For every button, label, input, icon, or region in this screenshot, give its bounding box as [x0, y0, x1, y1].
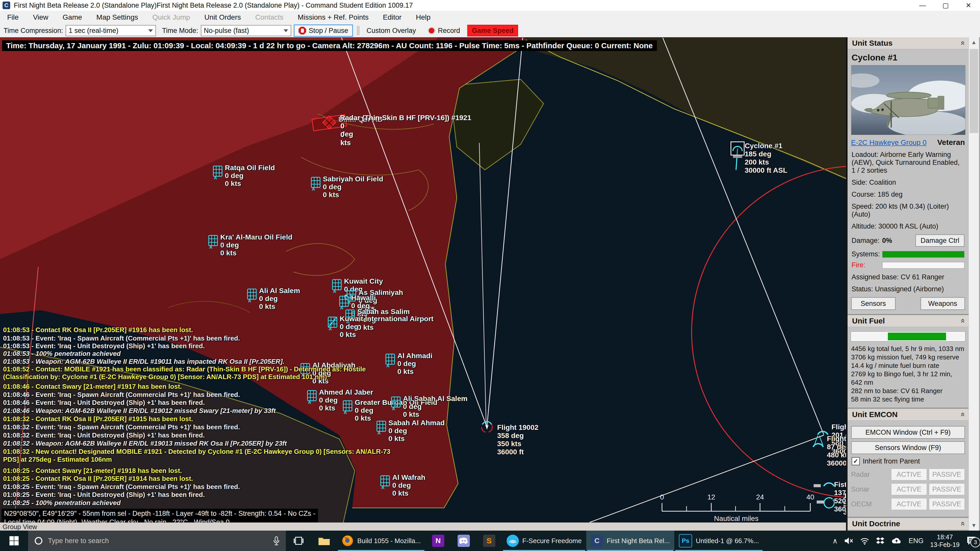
taskbar-app-sublime[interactable]: S [476, 530, 502, 551]
emcon-window-button[interactable]: EMCON Window (Ctrl + F9) [851, 426, 965, 439]
map-facility-15[interactable]: A Al Wafrah0 deg0 kts [380, 475, 425, 497]
sensors-button[interactable]: Sensors [851, 297, 896, 310]
systems-health-bar [882, 251, 964, 258]
group-view-bar[interactable]: Group View [0, 522, 847, 531]
inherit-from-parent-checkbox[interactable]: ✓ [852, 457, 860, 465]
custom-overlay-button[interactable]: Custom Overlay [362, 25, 421, 37]
facility-icon: A [342, 400, 353, 414]
wifi-icon[interactable] [860, 537, 869, 545]
menu-file[interactable]: File [0, 13, 26, 21]
unit-fuel-header[interactable]: Unit Fuel » [848, 315, 969, 327]
collapse-icon[interactable]: » [958, 41, 966, 45]
taskbar-search-box[interactable]: Type here to search [28, 530, 286, 551]
action-center-button[interactable]: 3 [966, 536, 977, 545]
taskbar-app-photoshop[interactable]: Ps Untitled-1 @ 66.7%... [674, 530, 764, 551]
map-facility-0[interactable]: A Ratqa Oil Field0 deg0 kts [213, 165, 275, 187]
map-facility-13[interactable]: A Ali Sabah Al Salem0 deg0 kts [391, 396, 468, 418]
unit-emcon-title: Unit EMCON [852, 410, 960, 419]
facility-name: Ali Al Salem [259, 287, 300, 295]
task-view-button[interactable] [286, 530, 311, 551]
radar-passive-button[interactable]: PASSIVE [929, 468, 965, 481]
svg-text:A: A [308, 400, 311, 404]
scroll-up-icon[interactable]: ▲ [969, 37, 979, 48]
scrollbar-thumb[interactable] [969, 49, 978, 133]
weapons-button[interactable]: Weapons [921, 297, 965, 310]
map-facility-3[interactable]: A Ali Al Salem0 deg0 kts [247, 288, 300, 310]
game-speed-button[interactable]: Game Speed [467, 25, 518, 37]
map-label-line: 480 kts [827, 451, 847, 459]
map-facility-14[interactable]: A Sabah Al Ahmad0 deg0 kts [376, 421, 445, 443]
dropbox-icon[interactable] [876, 537, 885, 545]
taskbar-app-onenote[interactable]: N [425, 530, 451, 551]
svg-text:0: 0 [660, 493, 664, 501]
map-label-line: 350 kts [497, 440, 538, 448]
stop-pause-label: Stop / Pause [309, 27, 348, 35]
map-facility-8[interactable]: A Kuwait International Airport0 deg0 kts [328, 316, 434, 338]
map-label-line: Fist # [834, 481, 847, 489]
map-label-line: Cyclone #1 [745, 142, 788, 150]
svg-text:A: A [214, 176, 217, 179]
map-facility-1[interactable]: A Sabriyah Oil Field0 deg0 kts [310, 176, 383, 199]
sonar-active-button[interactable]: ACTIVE [891, 483, 927, 495]
facility-course: 0 deg [392, 481, 425, 489]
map-label-stack-0: Cyclone #1185 deg200 kts30000 ft ASL [745, 142, 788, 175]
sidebar-scrollbar[interactable]: ▲ ▼ [969, 37, 979, 530]
menu-missions-ref-points[interactable]: Missions + Ref. Points [290, 13, 375, 21]
clock[interactable]: 18:47 13-Feb-19 [930, 533, 959, 548]
microphone-icon[interactable] [272, 536, 280, 546]
close-button[interactable]: ✕ [957, 0, 980, 11]
menu-help[interactable]: Help [409, 13, 438, 21]
menu-unit-orders[interactable]: Unit Orders [197, 13, 248, 21]
unit-doctrine-header[interactable]: Unit Doctrine » [848, 518, 969, 530]
oecm-active-button[interactable]: ACTIVE [891, 498, 927, 510]
menu-view[interactable]: View [26, 13, 56, 21]
scroll-down-icon[interactable]: ▼ [969, 520, 979, 530]
input-language[interactable]: ENG [908, 537, 924, 545]
map-label-line: 200 kts [745, 158, 788, 166]
fuel-flying-time-line: 58 min 32 sec flying time [851, 395, 965, 403]
menu-map-settings[interactable]: Map Settings [89, 13, 145, 21]
menu-editor[interactable]: Editor [375, 13, 409, 21]
time-compression-select[interactable]: 1 sec (real-time) [65, 25, 156, 36]
unit-status-header[interactable]: Unit Status » [848, 37, 969, 49]
facility-speed: 0 kts [340, 330, 434, 338]
log-message-14: 01:08:32 - Weapon: AGM-62B Walleye II ER… [3, 440, 287, 448]
collapse-icon[interactable]: » [958, 522, 966, 526]
tactical-map[interactable]: 0 12 24 40 Nautical miles [0, 37, 847, 522]
damage-ctrl-button[interactable]: Damage Ctrl [915, 234, 964, 247]
stop-pause-button[interactable]: Stop / Pause [294, 24, 353, 37]
time-mode-select[interactable]: No-pulse (fast) [201, 25, 291, 36]
log-message-13: 01:08:32 - Event: 'Iraq - Unit Destroyed… [3, 431, 205, 439]
unit-emcon-header[interactable]: Unit EMCON » [848, 409, 969, 421]
maximize-button[interactable]: ▢ [934, 0, 957, 11]
onedrive-icon[interactable] [891, 537, 902, 545]
map-facility-2[interactable]: A Kra' Al-Maru Oil Field0 deg0 kts [208, 235, 293, 257]
record-button[interactable]: Record [423, 25, 465, 37]
oecm-passive-button[interactable]: PASSIVE [929, 498, 965, 510]
taskbar-app-command[interactable]: C First Night Beta Rel... [586, 530, 674, 551]
taskbar-app-firefox[interactable]: Build 1055 - Mozilla... [337, 530, 425, 551]
svg-text:A: A [381, 485, 384, 489]
collapse-icon[interactable]: » [958, 413, 966, 417]
map-label-line: 87 deg [827, 443, 847, 451]
collapse-icon[interactable]: » [958, 319, 966, 323]
facility-icon: A [385, 353, 396, 368]
folder-icon [318, 536, 330, 546]
taskbar-app-discord[interactable] [451, 530, 476, 551]
fuel-gauge [851, 332, 965, 341]
group-link[interactable]: E-2C Hawkeye Group 0 [851, 138, 927, 147]
taskbar-app-fsecure[interactable]: F-Secure Freedome [502, 530, 587, 551]
radar-active-button[interactable]: ACTIVE [891, 468, 927, 481]
map-facility-9[interactable]: A Al Ahmadi0 deg0 kts [385, 353, 432, 375]
course-line: Course: 185 deg [852, 191, 964, 198]
sensors-window-button[interactable]: Sensors Window (F9) [851, 441, 965, 454]
fuel-base-line: 282 nm to base: CV 61 Ranger [851, 387, 965, 395]
start-button[interactable] [0, 530, 28, 551]
svg-text:A: A [344, 410, 347, 414]
tray-expand-icon[interactable]: ∧ [832, 537, 838, 545]
sonar-passive-button[interactable]: PASSIVE [929, 483, 965, 495]
minimize-button[interactable]: — [911, 0, 934, 11]
file-explorer-button[interactable] [311, 530, 337, 551]
menu-game[interactable]: Game [56, 13, 89, 21]
volume-muted-icon[interactable] [844, 537, 853, 545]
